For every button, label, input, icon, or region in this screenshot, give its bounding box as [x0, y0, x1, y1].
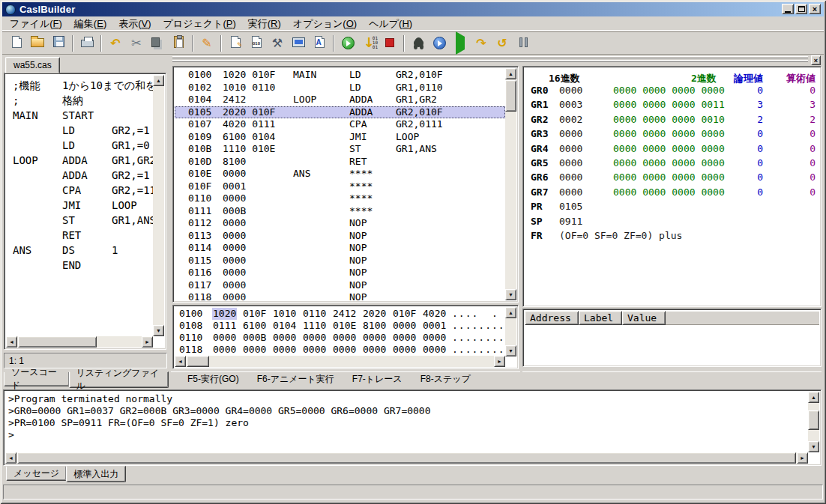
scroll-down-icon[interactable]: ▼ [808, 441, 819, 452]
scroll-up-icon[interactable]: ▲ [505, 307, 516, 318]
memory-vscrollbar[interactable]: ▲ ▼ [505, 307, 516, 356]
vscroll-thumb[interactable] [808, 410, 819, 430]
build-button[interactable]: ⚒ [268, 34, 287, 52]
console-output[interactable]: >Program terminated normally>GR0=0000 GR… [5, 392, 808, 452]
disassembly-row[interactable]: 01001020 010FMAINLDGR2,010F [175, 69, 505, 82]
cut-button[interactable]: ✂ [127, 34, 146, 52]
memory-word: 2412 [332, 308, 362, 320]
scroll-left-icon[interactable]: ◄ [6, 336, 17, 347]
tab-stdio[interactable]: 標準入出力 [66, 466, 126, 482]
debug-button[interactable] [409, 34, 428, 52]
disassembly-listing[interactable]: 01001020 010FMAINLDGR2,010F01021010 0110… [175, 68, 505, 300]
memory-row[interactable]: 011800000000000000000000000000000000....… [175, 344, 505, 356]
debug-run-button[interactable] [429, 34, 449, 52]
disassembly-row[interactable]: 01042412LOOPADDAGR1,GR2 [175, 94, 505, 106]
watch-column-address[interactable]: Address [525, 311, 579, 325]
disassembly-row[interactable]: 01170000NOP [175, 279, 505, 292]
stop-button[interactable] [380, 34, 400, 52]
disassembly-row[interactable]: 0111000B**** [175, 205, 505, 218]
memory-row[interactable]: 01080111610001041110010E810000000001....… [175, 320, 505, 332]
scroll-left-icon[interactable]: ◄ [175, 356, 186, 367]
menu-item-run[interactable]: 実行(R) [242, 16, 287, 31]
disassembly-row[interactable]: 01150000NOP [175, 255, 505, 267]
step-over-button[interactable]: ↷ [471, 34, 491, 52]
vscroll-thumb[interactable] [505, 80, 516, 112]
menu-item-help[interactable]: ヘルプ(H) [363, 16, 418, 31]
step-into-button[interactable]: ↓011001 [359, 34, 379, 52]
dock-gripper[interactable]: × [171, 55, 822, 65]
disassembly-row[interactable]: 01180000NOP [175, 291, 505, 300]
console-vscrollbar[interactable]: ▲ ▼ [808, 392, 819, 452]
marker-pen-button[interactable]: ✎ [197, 34, 217, 52]
memory-row[interactable]: 01001020010F1010011024122020010F4020....… [175, 308, 505, 320]
pause-button[interactable] [513, 34, 533, 52]
disassembly-row[interactable]: 01100000**** [175, 192, 505, 205]
hscroll-thumb[interactable] [17, 452, 796, 464]
copy-button[interactable] [148, 34, 167, 52]
loop-trace-button[interactable]: ↺ [492, 34, 512, 52]
scroll-right-icon[interactable]: ► [797, 452, 808, 464]
disassembly-row[interactable]: 010F0001**** [175, 180, 505, 193]
disassembly-row[interactable]: 01096100 0104JMILOOP [175, 131, 505, 144]
console-hscrollbar[interactable]: ◄ ► [5, 452, 808, 464]
print-button[interactable] [77, 34, 97, 52]
scroll-up-icon[interactable]: ▲ [153, 75, 164, 86]
menu-item-edit[interactable]: 編集(E) [68, 16, 112, 31]
disassembly-row[interactable]: 010B1110 010ESTGR1,ANS [175, 143, 505, 156]
minimize-button[interactable] [782, 4, 794, 14]
object-file-button[interactable]: 010 [247, 34, 266, 52]
editor-vscrollbar[interactable]: ▲ ▼ [153, 75, 164, 336]
run-button[interactable] [338, 34, 358, 52]
scroll-right-icon[interactable]: ► [142, 336, 153, 347]
title-bar[interactable]: CaslBuilder × [2, 2, 824, 16]
maximize-button[interactable] [795, 4, 807, 14]
source-editor[interactable]: ;機能1から10までの和を;格納MAINSTARTLDGR2,=1LDGR1,=… [4, 73, 166, 350]
console-window-button[interactable] [289, 34, 308, 52]
disassembly-row[interactable]: 01021010 0110LDGR1,0110 [175, 82, 505, 94]
editor-hscrollbar[interactable]: ◄ ► [6, 336, 153, 347]
close-button[interactable]: × [809, 4, 821, 14]
scroll-down-icon[interactable]: ▼ [153, 325, 164, 336]
tab-messages[interactable]: メッセージ [6, 467, 67, 481]
scroll-up-icon[interactable]: ▲ [505, 68, 516, 79]
output-console[interactable]: >Program terminated normally>GR0=0000 GR… [3, 389, 822, 466]
open-file-button[interactable] [28, 34, 47, 52]
disassembly-row[interactable]: 01160000NOP [175, 267, 505, 279]
scroll-left-icon[interactable]: ◄ [5, 452, 16, 464]
assemble-source-button[interactable]: ✎ [226, 34, 245, 52]
save-file-button[interactable] [49, 34, 68, 52]
scroll-down-icon[interactable]: ▼ [505, 289, 516, 300]
menu-item-options[interactable]: オプション(O) [287, 16, 363, 31]
disassembly-row[interactable]: 01074020 0111CPAGR2,0111 [175, 118, 505, 131]
tab-source[interactable]: ソースコード [4, 372, 70, 386]
disassembly-row-current[interactable]: 01052020 010FADDAGR2,010F [175, 106, 505, 119]
menu-item-project[interactable]: プロジェクト(P) [157, 16, 242, 31]
scroll-down-icon[interactable]: ▼ [505, 345, 516, 356]
disassembly-row[interactable]: 01120000NOP [175, 217, 505, 230]
scroll-up-icon[interactable]: ▲ [808, 392, 819, 403]
disassembly-row[interactable]: 010E0000ANS**** [175, 168, 505, 180]
scroll-right-icon[interactable]: ► [494, 356, 505, 367]
undo-button[interactable]: ↶ [106, 34, 125, 52]
hscroll-thumb[interactable] [187, 356, 209, 367]
tab-listing[interactable]: リスティングファイル [69, 371, 169, 388]
disassembly-vscrollbar[interactable]: ▲ ▼ [505, 68, 516, 300]
menu-item-file[interactable]: ファイル(F) [4, 16, 68, 31]
disassembly-row[interactable]: 01130000NOP [175, 230, 505, 243]
paste-button[interactable] [169, 34, 188, 52]
disassembly-row[interactable]: 010D8100RET [175, 156, 505, 168]
watch-column-label[interactable]: Label [579, 311, 622, 325]
panel-close-button[interactable]: × [811, 55, 821, 65]
menu-item-view[interactable]: 表示(V) [112, 16, 157, 31]
watch-column-value[interactable]: Value [622, 311, 666, 325]
source-code[interactable]: ;機能1から10までの和を;格納MAINSTARTLDGR2,=1LDGR1,=… [6, 75, 153, 336]
new-file-button[interactable] [7, 34, 26, 52]
memory-dump[interactable]: 01001020010F1010011024122020010F4020....… [175, 307, 505, 356]
memory-hscrollbar[interactable]: ◄ ► [175, 356, 505, 367]
animate-run-button[interactable] [450, 34, 470, 52]
file-tab[interactable]: wa55.cas [5, 57, 60, 73]
memory-row[interactable]: 01100000000B000000000000000000000000....… [175, 332, 505, 344]
disassembly-row[interactable]: 01140000NOP [175, 242, 505, 255]
listing-file-button[interactable]: A [310, 34, 329, 52]
hscroll-thumb[interactable] [18, 336, 97, 347]
